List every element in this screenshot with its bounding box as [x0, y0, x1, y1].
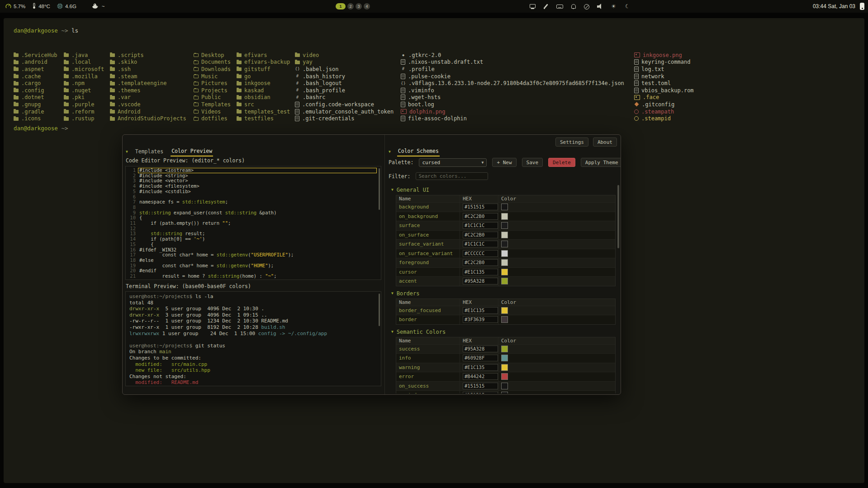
file-name: .nixos-unstab.draft.txt [408, 59, 483, 65]
new-palette-button[interactable]: + New [492, 158, 516, 167]
thermometer-icon [32, 3, 36, 10]
file-name: gitstuff [244, 66, 270, 72]
line-number: 15 [126, 242, 136, 247]
hex-input[interactable]: #1C1C1C [463, 241, 498, 247]
file-item: .pulse-cookie [401, 73, 624, 80]
hex-input[interactable]: #C2C2B0 [463, 213, 498, 220]
hex-input[interactable]: #151515 [463, 392, 498, 393]
color-swatch[interactable] [501, 355, 508, 361]
color-swatch[interactable] [501, 269, 508, 275]
hex-input[interactable]: #1C1C1C [463, 222, 498, 229]
tray-icon[interactable] [860, 3, 864, 10]
brightness-icon[interactable] [611, 3, 617, 9]
file-item: src [237, 101, 290, 108]
file-name: .gnupg [21, 101, 41, 108]
hex-input[interactable]: #3F3639 [463, 316, 498, 323]
hex-input[interactable]: #E1C135 [463, 269, 498, 275]
hex-input[interactable]: #60928F [463, 355, 498, 361]
file-name: .scripts [118, 52, 144, 58]
colors-scrollbar[interactable] [617, 185, 619, 248]
file-item: .steampath [634, 108, 694, 115]
file-item: go [237, 73, 290, 80]
hex-input[interactable]: #151515 [463, 204, 498, 210]
apply-theme-button[interactable]: Apply Theme [581, 158, 621, 167]
ls-column-8: inkgoose.pngkeyring-commandlog.txtnetwor… [634, 52, 694, 122]
color-swatch[interactable] [501, 383, 508, 389]
folder-icon [64, 82, 69, 85]
notifications-icon[interactable] [570, 3, 577, 9]
color-picker-icon[interactable] [543, 3, 550, 9]
collapse-icon[interactable]: ▼ [126, 150, 128, 154]
hex-input[interactable]: #B44242 [463, 373, 498, 380]
dnd-icon[interactable] [583, 3, 590, 9]
hex-input[interactable]: #95A328 [463, 346, 498, 352]
section-header[interactable]: ▼General UI [391, 187, 617, 193]
code-scrollbar[interactable] [379, 168, 380, 210]
terminal-line: user@host:~/projects$ ls -la [129, 294, 381, 300]
delete-button[interactable]: Delete [548, 158, 575, 167]
folder-icon [64, 117, 69, 121]
file-name: network [641, 73, 664, 80]
color-name: background [396, 203, 460, 212]
color-swatch[interactable] [501, 259, 508, 266]
folder-icon [64, 110, 69, 114]
hex-input[interactable]: #151515 [463, 383, 498, 389]
code-token: std::getenv [217, 263, 248, 268]
search-colors-input[interactable] [416, 172, 488, 180]
section-header[interactable]: ▼Semantic Colors [391, 329, 617, 335]
tab-color-schemes[interactable]: Color Schemes [397, 147, 440, 156]
terminal-token: main [159, 349, 171, 355]
chevron-down-icon: ▼ [482, 161, 484, 165]
file-item: .gtkrc-2.0 [401, 52, 624, 59]
code-token: if (path.empty()) return [139, 220, 222, 226]
file-name: .v8flags.13.6.233.10-node.27.9180b4da3f0… [408, 80, 624, 86]
hex-input[interactable]: #C2C2B0 [463, 259, 498, 266]
hex-input[interactable]: #E1C135 [463, 307, 498, 314]
hex-input[interactable]: #95A328 [463, 278, 498, 284]
palette-select[interactable]: cursed ▼ [419, 158, 487, 167]
color-swatch[interactable] [501, 364, 508, 371]
color-swatch[interactable] [501, 373, 508, 380]
hex-input[interactable]: #E1C135 [463, 364, 498, 371]
palette-value: cursed [422, 160, 440, 166]
folder-icon [64, 53, 69, 57]
collapse-icon[interactable]: ▼ [389, 150, 391, 154]
settings-button[interactable]: Settings [555, 137, 588, 147]
color-name: cursor [396, 268, 460, 277]
file-name: .templateengine [118, 80, 166, 86]
color-schemes-pane: ▼ Color Schemes Palette: cursed ▼ + New … [384, 135, 621, 394]
color-swatch[interactable] [501, 316, 508, 323]
terminal-line: -rwxr-xr-x 1 user group 8192 Dec 2 10:28… [129, 324, 381, 331]
workspace-1[interactable]: 1 [336, 3, 346, 9]
file-item: Projects [194, 87, 231, 94]
workspace-2[interactable]: 2 [347, 3, 354, 9]
color-swatch[interactable] [501, 278, 508, 284]
color-swatch[interactable] [501, 346, 508, 352]
terminal-scrollbar[interactable] [379, 294, 380, 326]
color-swatch[interactable] [501, 241, 508, 247]
tab-color-preview[interactable]: Color Preview [171, 147, 213, 156]
color-swatch[interactable] [501, 307, 508, 314]
color-swatch[interactable] [501, 232, 508, 238]
keyboard-icon[interactable] [556, 3, 563, 9]
file-item: .pki [64, 94, 104, 101]
color-swatch[interactable] [501, 204, 508, 210]
hex-input[interactable]: #CCCCCC [463, 250, 498, 257]
display-icon[interactable] [529, 3, 536, 9]
workspace-3[interactable]: 3 [356, 3, 362, 9]
volume-icon[interactable] [597, 3, 604, 9]
save-button[interactable]: Save [522, 158, 543, 167]
code-token: "HOME" [251, 263, 268, 268]
color-swatch[interactable] [501, 392, 508, 393]
color-swatch[interactable] [501, 250, 508, 257]
workspace-4[interactable]: 4 [364, 3, 370, 9]
color-swatch[interactable] [501, 222, 508, 229]
about-button[interactable]: About [593, 137, 617, 147]
night-light-icon[interactable] [624, 3, 631, 9]
tab-templates[interactable]: Templates [134, 148, 164, 156]
section-header[interactable]: ▼Borders [391, 290, 617, 297]
hex-input[interactable]: #C2C2B0 [463, 232, 498, 238]
prompt-line-2[interactable]: dan@darkgoose ~> [14, 125, 68, 132]
code-token: ) [202, 236, 205, 242]
color-swatch[interactable] [501, 213, 508, 220]
